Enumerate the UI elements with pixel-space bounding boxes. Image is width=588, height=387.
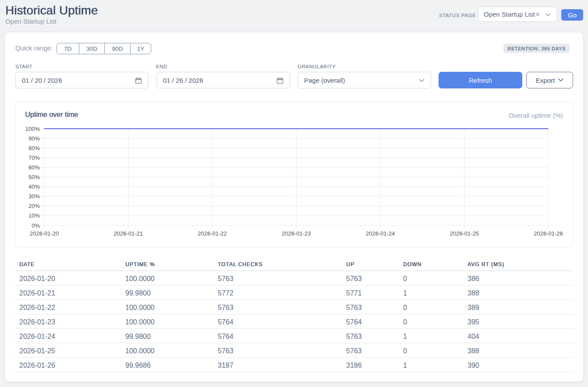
svg-text:90%: 90% (28, 135, 40, 142)
svg-text:70%: 70% (28, 155, 40, 161)
svg-text:2026-01-22: 2026-01-22 (198, 230, 227, 237)
svg-text:50%: 50% (28, 174, 40, 180)
svg-text:30%: 30% (28, 193, 40, 200)
svg-text:2026-01-26: 2026-01-26 (534, 230, 563, 237)
svg-text:2026-01-23: 2026-01-23 (282, 230, 311, 237)
svg-text:2026-01-25: 2026-01-25 (450, 230, 479, 237)
svg-text:100%: 100% (25, 126, 40, 132)
svg-text:40%: 40% (28, 183, 40, 190)
svg-text:2026-01-21: 2026-01-21 (114, 230, 143, 237)
svg-text:60%: 60% (28, 164, 40, 171)
svg-text:20%: 20% (28, 203, 40, 209)
svg-text:2026-01-20: 2026-01-20 (30, 230, 59, 237)
svg-text:80%: 80% (28, 145, 40, 151)
svg-text:0%: 0% (32, 222, 40, 229)
svg-text:2026-01-24: 2026-01-24 (366, 230, 395, 237)
svg-text:10%: 10% (28, 212, 40, 219)
